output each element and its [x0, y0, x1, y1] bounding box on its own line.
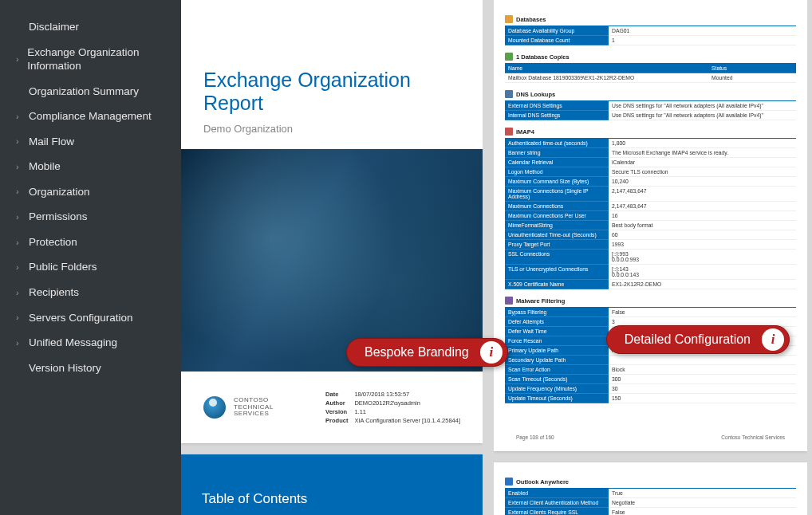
report-title: Exchange Organization Report: [203, 69, 460, 115]
chevron-right-icon: ›: [16, 111, 26, 122]
chevron-right-icon: ›: [16, 161, 26, 172]
sidebar-item-label: Mobile: [29, 159, 61, 174]
sidebar-item-organization[interactable]: ›Organization: [0, 179, 181, 205]
toc-page: Table of Contents: [181, 454, 483, 515]
sidebar-item-label: Permissions: [29, 210, 88, 224]
toc-title: Table of Contents: [202, 491, 307, 506]
cover-meta: Date18/07/2018 13:53:57 AuthorDEMO2012R2…: [325, 391, 460, 424]
table-row: Unauthenticated Time-out (Seconds)60: [505, 230, 796, 240]
table-row: Bypass FilteringFalse: [505, 308, 796, 317]
table-row: EnabledTrue: [505, 489, 796, 498]
table-row: Maximum Connections Per User16: [505, 211, 796, 221]
table-row: Scan Error ActionBlock: [505, 365, 796, 375]
sidebar-item-label: Protection: [29, 235, 77, 250]
chevron-right-icon: ›: [16, 136, 26, 147]
sidebar-item-label: Unified Messaging: [29, 336, 117, 350]
outlook-anywhere-section-header: Outlook Anywhere: [505, 475, 796, 489]
sidebar-item-label: Public Folders: [29, 260, 97, 274]
sidebar-item-compliance[interactable]: ›Compliance Management: [0, 104, 181, 129]
page-number: Page 108 of 160: [516, 434, 554, 440]
table-row: Update Frequency (Minutes)30: [505, 384, 796, 394]
sidebar-item-public-folders[interactable]: ›Public Folders: [0, 254, 181, 280]
malware-section-header: Malware Filtering: [505, 294, 796, 308]
table-row: Proxy Target Port1993: [505, 240, 796, 250]
sidebar-item-label: Organization Summary: [29, 85, 139, 99]
sidebar-item-mobile[interactable]: ›Mobile: [0, 154, 181, 179]
sidebar-item-label: Disclaimer: [29, 20, 79, 34]
table-row: SSL Connections[::]:993 0.0.0.0:993: [505, 250, 796, 265]
table-row: Secondary Update Path: [505, 356, 796, 365]
info-icon: i: [762, 328, 784, 351]
main-preview-area: Exchange Organization Report Demo Organi…: [181, 0, 812, 515]
chevron-right-icon: ›: [16, 237, 26, 248]
report-subtitle: Demo Organization: [203, 123, 460, 135]
sidebar: Disclaimer ›Exchange Organization Inform…: [0, 0, 181, 515]
chevron-right-icon: ›: [16, 53, 24, 65]
table-row: TLS or Unencrypted Connections[::]:143 0…: [505, 265, 796, 280]
sidebar-item-org-summary[interactable]: Organization Summary: [0, 79, 181, 104]
sidebar-item-exchange-org-info[interactable]: ›Exchange Organization Information: [0, 40, 181, 79]
table-row: Scan Timeout (Seconds)300: [505, 375, 796, 384]
table-row: Banner stringThe Microsoft Exchange IMAP…: [505, 148, 796, 158]
chevron-right-icon: ›: [16, 312, 26, 323]
shield-icon: [505, 297, 513, 305]
detail-page-1: Databases Database Availability GroupDAG…: [494, 0, 807, 451]
page-footer: Page 108 of 160 Contoso Technical Servic…: [505, 428, 796, 443]
sidebar-item-label: Servers Configuration: [29, 311, 133, 325]
table-row: Maximum Connections2,147,483,647: [505, 202, 796, 211]
sidebar-item-permissions[interactable]: ›Permissions: [0, 204, 181, 230]
table-row: External Clients Require SSLFalse: [505, 508, 796, 515]
imap-section-header: IMAP4: [505, 125, 796, 139]
databases-section-header: Databases: [505, 13, 796, 26]
db-copies-section-header: 1 Database Copies: [505, 50, 796, 64]
sidebar-item-label: Exchange Organization Information: [27, 45, 170, 73]
sidebar-item-label: Version History: [29, 361, 101, 375]
database-copy-icon: [505, 53, 513, 61]
chevron-right-icon: ›: [16, 261, 26, 273]
database-icon: [505, 15, 513, 23]
sidebar-item-label: Recipients: [29, 285, 79, 300]
table-row: Authenticated time-out (seconds)1,800: [505, 139, 796, 148]
sidebar-item-protection[interactable]: ›Protection: [0, 230, 181, 255]
table-row: Logon MethodSecure TLS connection: [505, 167, 796, 177]
chevron-right-icon: ›: [16, 186, 26, 197]
table-row: X.509 Certificate NameEX1-2K12R2-DEMO: [505, 280, 796, 289]
chevron-right-icon: ›: [16, 337, 26, 348]
chevron-right-icon: ›: [16, 211, 26, 222]
dns-icon: [505, 90, 513, 98]
imap-icon: [505, 128, 513, 136]
sidebar-item-version-history[interactable]: Version History: [0, 356, 181, 381]
sidebar-item-servers-config[interactable]: ›Servers Configuration: [0, 305, 181, 331]
info-icon: i: [480, 341, 503, 364]
detail-page-2: Outlook Anywhere EnabledTrueExternal Cli…: [494, 462, 807, 515]
footer-company: Contoso Technical Services: [721, 434, 785, 440]
table-row: Mailbox Database 1819003369\EX1-2K12R2-D…: [505, 73, 796, 83]
report-cover-page: Exchange Organization Report Demo Organi…: [181, 0, 483, 443]
sidebar-item-unified-messaging[interactable]: ›Unified Messaging: [0, 330, 181, 356]
company-logo-text: CONTOSO TECHNICAL SERVICES: [234, 397, 274, 418]
sidebar-item-label: Mail Flow: [29, 135, 74, 149]
table-row: Update Timeout (Seconds)150: [505, 394, 796, 403]
callout-config[interactable]: Detailed Configuration i: [606, 325, 790, 354]
table-row: Maximum Connections (Single IP Address)2…: [505, 187, 796, 202]
outlook-icon: [505, 478, 513, 486]
sidebar-item-disclaimer[interactable]: Disclaimer: [0, 14, 181, 40]
table-row: Calendar RetrievaliCalendar: [505, 158, 796, 167]
dns-section-header: DNS Lookups: [505, 88, 796, 101]
sidebar-item-label: Compliance Management: [29, 109, 152, 124]
table-row: Maximum Command Size (Bytes)10,240: [505, 177, 796, 187]
company-logo-icon: [203, 396, 226, 419]
table-row: External Client Authentication MethodNeg…: [505, 498, 796, 508]
table-row: MimeFormatStringBest body format: [505, 221, 796, 230]
sidebar-item-label: Organization: [29, 185, 90, 199]
sidebar-item-mail-flow[interactable]: ›Mail Flow: [0, 129, 181, 155]
chevron-right-icon: ›: [16, 287, 26, 298]
callout-branding[interactable]: Bespoke Branding i: [346, 338, 508, 367]
sidebar-item-recipients[interactable]: ›Recipients: [0, 280, 181, 305]
